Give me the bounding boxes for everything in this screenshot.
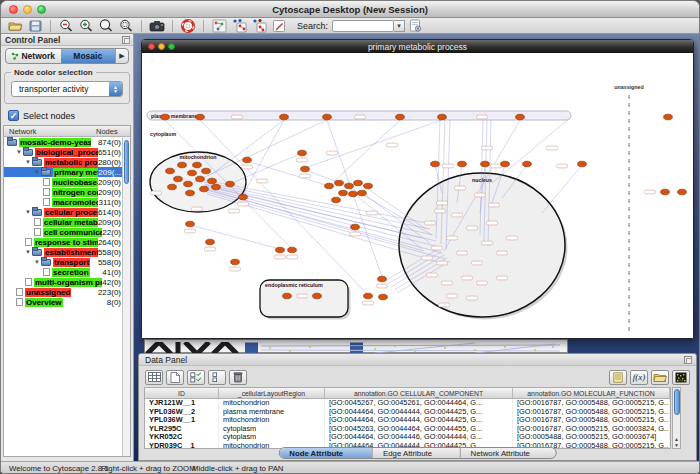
network-node[interactable] xyxy=(678,189,687,195)
network-node[interactable] xyxy=(313,293,322,299)
match-attributes-button[interactable] xyxy=(208,370,226,385)
network-node[interactable] xyxy=(184,181,193,187)
network-node[interactable] xyxy=(481,161,490,167)
tree-row[interactable]: Overview8(0) xyxy=(4,297,130,307)
network-canvas[interactable]: plasma membrane cytoplasm mitochondrion … xyxy=(142,53,693,338)
network-node[interactable] xyxy=(174,176,183,182)
tree-row[interactable]: ▼establishment of lo558(0) xyxy=(4,247,130,257)
network-node[interactable] xyxy=(345,183,354,189)
network-node[interactable] xyxy=(226,181,235,187)
zoom-fit-button[interactable] xyxy=(97,18,115,33)
float-data-panel-icon[interactable] xyxy=(684,356,692,364)
notes-button[interactable] xyxy=(609,370,627,385)
delete-attribute-button[interactable] xyxy=(229,370,247,385)
expand-triangle-icon[interactable]: ▼ xyxy=(25,249,32,255)
create-view-button[interactable] xyxy=(230,18,248,33)
tree-row[interactable]: ▼transport558(0) xyxy=(4,257,130,267)
open-file-button[interactable] xyxy=(6,18,24,33)
network-node[interactable] xyxy=(168,184,177,190)
tab-mosaic[interactable]: Mosaic xyxy=(61,49,116,63)
tree-scroll-thumb[interactable] xyxy=(124,140,129,184)
expand-triangle-icon[interactable]: ▼ xyxy=(34,169,41,175)
table-scrollbar[interactable]: ▲▼ xyxy=(672,387,681,449)
network-node[interactable] xyxy=(188,170,197,176)
select-attributes-button[interactable] xyxy=(187,370,205,385)
annotation-button[interactable] xyxy=(270,18,288,33)
table-scroll-thumb[interactable] xyxy=(674,389,680,415)
network-node[interactable] xyxy=(239,194,248,200)
help-button[interactable] xyxy=(179,18,197,33)
tree-row[interactable]: ▼primary metabo209(... xyxy=(4,167,130,177)
expand-triangle-icon[interactable]: ▼ xyxy=(34,259,41,265)
tree-scrollbar[interactable] xyxy=(122,137,130,456)
network-node[interactable] xyxy=(358,190,367,196)
network-node[interactable] xyxy=(166,168,175,174)
network-node[interactable] xyxy=(364,183,373,189)
network-node[interactable] xyxy=(661,189,670,195)
network-node[interactable] xyxy=(243,157,252,163)
tab-edge-attribute-browser[interactable]: Edge Attribute Browser xyxy=(373,448,461,458)
tree-row[interactable]: macromolecule311(0) xyxy=(4,197,130,207)
network-node[interactable] xyxy=(431,161,440,167)
network-node[interactable] xyxy=(283,293,292,299)
search-dropdown-arrow[interactable]: ▼ xyxy=(394,20,405,32)
tab-network[interactable]: Network xyxy=(6,49,61,63)
attribute-select-button[interactable] xyxy=(145,370,163,385)
select-nodes-checkbox[interactable]: ✓ xyxy=(8,110,19,121)
network-node[interactable] xyxy=(186,190,195,196)
attribute-table[interactable]: ID_cellularLayoutRegionannotation.GO CEL… xyxy=(144,387,671,449)
network-node[interactable] xyxy=(351,224,360,230)
zoom-selected-button[interactable] xyxy=(117,18,135,33)
tree-row[interactable]: cellular metabol209(0) xyxy=(4,217,130,227)
network-node[interactable] xyxy=(516,114,525,120)
network-node[interactable] xyxy=(276,247,285,253)
float-panel-icon[interactable] xyxy=(122,36,130,44)
network-node[interactable] xyxy=(578,161,587,167)
table-scroll-arrows[interactable]: ▲▼ xyxy=(673,436,680,448)
save-button[interactable] xyxy=(26,18,44,33)
tree-row[interactable]: multi-organism pro42(0) xyxy=(4,277,130,287)
tree-row[interactable]: cell communicat22(0) xyxy=(4,227,130,237)
destroy-view-button[interactable] xyxy=(250,18,268,33)
network-node[interactable] xyxy=(186,221,195,227)
network-node[interactable] xyxy=(438,114,447,120)
network-node[interactable] xyxy=(378,276,387,282)
table-row[interactable]: YJR121W__1mitochondrion[GO:0045267, GO:0… xyxy=(145,399,670,408)
network-node[interactable] xyxy=(202,168,211,174)
new-attribute-button[interactable] xyxy=(166,370,184,385)
network-node[interactable] xyxy=(178,162,187,168)
tree-row[interactable]: unassigned223(0) xyxy=(4,287,130,297)
network-node[interactable] xyxy=(193,162,202,168)
network-node[interactable] xyxy=(523,161,532,167)
network-node[interactable] xyxy=(349,191,358,197)
network-node[interactable] xyxy=(280,114,289,120)
table-column-header[interactable]: annotation.GO MOLECULAR_FUNCTION xyxy=(513,388,670,399)
tree-row[interactable]: mosaic-demo-yeast874(0) xyxy=(4,137,130,147)
network-node[interactable] xyxy=(200,186,209,192)
network-node[interactable] xyxy=(161,114,170,120)
table-row[interactable]: YPL036W__2plasma membrane[GO:0044464, GO… xyxy=(145,408,670,417)
network-node[interactable] xyxy=(208,178,217,184)
node-color-dropdown[interactable]: transporter activity ▲▼ xyxy=(11,81,123,97)
network-overview-button[interactable] xyxy=(210,18,228,33)
network-node[interactable] xyxy=(332,197,341,203)
table-column-header[interactable]: _cellularLayoutRegion xyxy=(219,388,325,399)
network-node[interactable] xyxy=(664,114,673,120)
network-node[interactable] xyxy=(325,183,334,189)
table-row[interactable]: YKR052Ccytoplasm[GO:0044464, GO:0044446,… xyxy=(145,433,670,442)
table-row[interactable]: YLR295Ccytoplasm[GO:0045263, GO:0044464,… xyxy=(145,425,670,434)
network-node[interactable] xyxy=(335,180,344,186)
table-column-header[interactable]: annotation.GO CELLULAR_COMPONENT xyxy=(325,388,513,399)
attribute-matrix-button[interactable] xyxy=(672,370,690,385)
expand-triangle-icon[interactable]: ▼ xyxy=(25,209,32,215)
tree-row[interactable]: nucleobase-209(0) xyxy=(4,177,130,187)
table-column-header[interactable]: ID xyxy=(145,388,219,399)
expand-triangle-icon[interactable]: ▼ xyxy=(16,149,23,155)
snapshot-button[interactable] xyxy=(148,18,166,33)
zoom-out-button[interactable] xyxy=(57,18,75,33)
tree-row[interactable]: response to stimul264(0) xyxy=(4,237,130,247)
network-node[interactable] xyxy=(354,180,363,186)
network-node[interactable] xyxy=(288,247,297,253)
network-window-titlebar[interactable]: primary metabolic process xyxy=(142,40,693,53)
tree-row[interactable]: nitrogen compo209(0) xyxy=(4,187,130,197)
